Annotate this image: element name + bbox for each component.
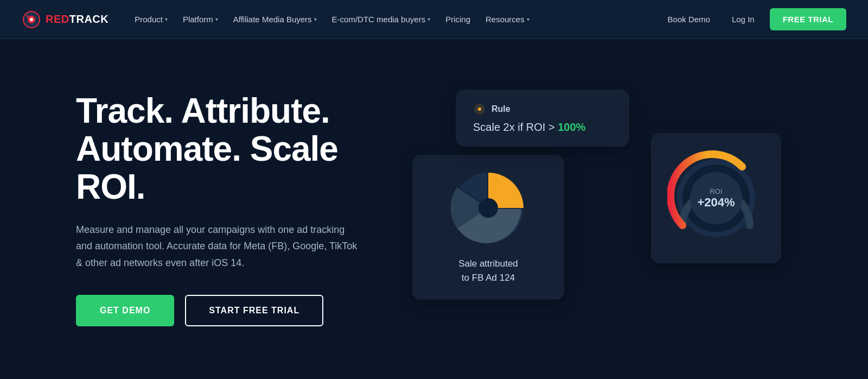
login-link[interactable]: Log In (725, 10, 761, 28)
rule-icon (473, 103, 486, 116)
chevron-down-icon: ▾ (314, 16, 317, 22)
svg-point-3 (30, 18, 33, 21)
roi-card: ROI +204% (651, 133, 781, 263)
navbar: REDTRACK Product ▾ Platform ▾ Affiliate … (0, 0, 868, 39)
chevron-down-icon: ▾ (215, 16, 218, 22)
pie-card: Sale attributed to FB Ad 124 (412, 155, 564, 300)
nav-links: Product ▾ Platform ▾ Affiliate Media Buy… (128, 10, 661, 28)
rule-card-header: Rule (473, 103, 612, 116)
roi-gauge: ROI +204% (667, 149, 765, 247)
rule-card-title: Rule (492, 104, 510, 114)
nav-item-pricing[interactable]: Pricing (439, 10, 477, 28)
start-trial-button[interactable]: START FREE TRIAL (185, 295, 323, 326)
roi-label: ROI +204% (697, 187, 735, 210)
nav-item-platform[interactable]: Platform ▾ (176, 10, 225, 28)
hero-title: Track. Attribute. Automate. Scale ROI. (76, 92, 412, 206)
svg-point-10 (478, 198, 498, 218)
nav-item-ecom[interactable]: E-com/DTC media buyers ▾ (326, 10, 437, 28)
hero-buttons: GET DEMO START FREE TRIAL (76, 295, 412, 326)
svg-point-5 (478, 108, 481, 111)
hero-section: Track. Attribute. Automate. Scale ROI. M… (0, 39, 868, 379)
pie-card-label: Sale attributed to FB Ad 124 (458, 257, 518, 285)
free-trial-button[interactable]: FREE TRIAL (770, 8, 846, 30)
chevron-down-icon: ▾ (165, 16, 168, 22)
rule-card: Rule Scale 2x if ROI > 100% (456, 90, 629, 147)
pie-chart (450, 170, 526, 246)
book-demo-link[interactable]: Book Demo (661, 10, 717, 28)
hero-content: Track. Attribute. Automate. Scale ROI. M… (76, 92, 412, 327)
hero-widgets: Rule Scale 2x if ROI > 100% (412, 79, 803, 339)
chevron-down-icon: ▾ (427, 16, 430, 22)
nav-right: Book Demo Log In FREE TRIAL (661, 8, 846, 30)
chevron-down-icon: ▾ (527, 16, 529, 22)
logo-icon (22, 10, 41, 29)
nav-item-affiliate[interactable]: Affiliate Media Buyers ▾ (227, 10, 323, 28)
rule-card-text: Scale 2x if ROI > 100% (473, 121, 612, 134)
nav-item-product[interactable]: Product ▾ (128, 10, 174, 28)
logo[interactable]: REDTRACK (22, 10, 108, 29)
nav-item-resources[interactable]: Resources ▾ (479, 10, 536, 28)
get-demo-button[interactable]: GET DEMO (76, 295, 174, 326)
hero-subtitle: Measure and manage all your campaigns wi… (76, 222, 358, 271)
brand-name: REDTRACK (46, 13, 108, 26)
